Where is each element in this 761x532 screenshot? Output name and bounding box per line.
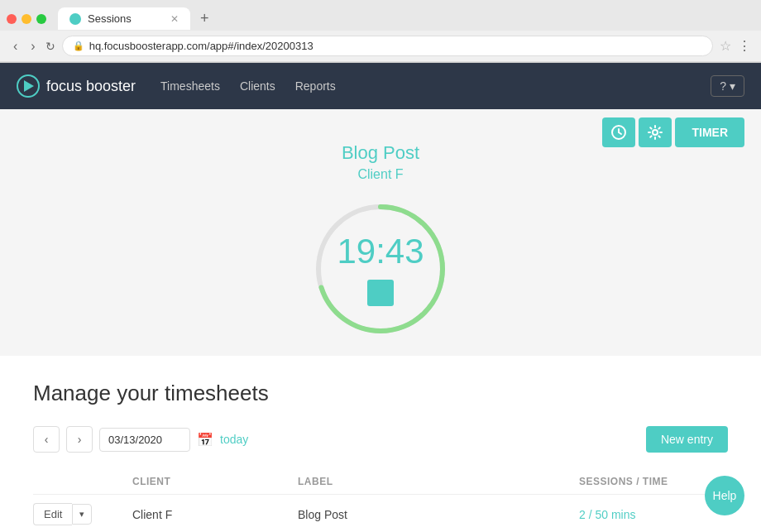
date-controls: ‹ › 📅 today New entry	[33, 426, 728, 453]
timer-circle: 19:43	[310, 199, 451, 339]
today-btn[interactable]: today	[220, 433, 248, 446]
edit-btn-group: Edit ▾	[33, 503, 132, 525]
tab-favicon	[69, 13, 81, 25]
row-client: Client F	[132, 508, 298, 521]
maximize-window-btn[interactable]	[36, 14, 46, 24]
url-bar[interactable]: 🔒 hq.focusboosterapp.com/app#/index/2020…	[62, 36, 713, 56]
col-actions	[33, 476, 132, 487]
play-icon	[24, 80, 34, 92]
app-navbar: focus booster Timesheets Clients Reports…	[0, 63, 761, 109]
help-float-btn[interactable]: Help	[705, 476, 744, 515]
date-input[interactable]	[99, 428, 190, 452]
stop-button[interactable]	[367, 280, 394, 306]
next-date-btn[interactable]: ›	[66, 426, 93, 453]
nav-links: Timesheets Clients Reports	[160, 76, 711, 96]
timer-section: TIMER Blog Post Client F 19:43	[0, 109, 761, 356]
window-controls	[7, 14, 46, 24]
edit-dropdown-btn[interactable]: ▾	[72, 504, 92, 525]
reload-btn[interactable]: ↻	[45, 40, 55, 53]
help-icon: ?	[720, 79, 726, 93]
nav-timesheets[interactable]: Timesheets	[160, 76, 220, 96]
table-header: CLIENT LABEL SESSIONS / TIME	[33, 469, 728, 495]
calendar-icon[interactable]: 📅	[197, 432, 213, 448]
clock-icon	[610, 124, 627, 141]
logo[interactable]: focus booster	[17, 74, 136, 98]
active-tab[interactable]: Sessions ✕	[58, 7, 190, 30]
prev-date-btn[interactable]: ‹	[33, 426, 60, 453]
forward-btn[interactable]: ›	[27, 37, 38, 55]
logo-text: focus booster	[46, 78, 136, 95]
browser-menu-btn[interactable]: ⋮	[738, 38, 751, 54]
bookmark-btn[interactable]: ☆	[720, 38, 731, 54]
timer-settings-btn[interactable]	[639, 117, 672, 147]
task-client: Client F	[357, 167, 403, 182]
browser-chrome: Sessions ✕ + ‹ › ↻ 🔒 hq.focusboosterapp.…	[0, 0, 761, 63]
help-menu-btn[interactable]: ? ▾	[711, 75, 744, 97]
url-text: hq.focusboosterapp.com/app#/index/202003…	[89, 40, 313, 52]
col-client: CLIENT	[132, 476, 298, 487]
timer-clock-btn[interactable]	[602, 117, 635, 147]
row-label: Blog Post	[298, 508, 579, 521]
timer-mode-btn[interactable]: TIMER	[675, 117, 744, 147]
tab-close-btn[interactable]: ✕	[170, 13, 179, 25]
logo-icon	[17, 74, 40, 98]
minimize-window-btn[interactable]	[22, 14, 31, 24]
new-entry-btn[interactable]: New entry	[646, 426, 728, 453]
timer-inner: 19:43	[310, 199, 451, 339]
timer-display: 19:43	[337, 232, 424, 271]
section-title: Manage your timesheets	[33, 381, 728, 406]
tab-title: Sessions	[88, 12, 132, 25]
svg-point-1	[653, 130, 658, 135]
new-tab-btn[interactable]: +	[194, 7, 216, 31]
timer-controls: TIMER	[602, 117, 744, 147]
lock-icon: 🔒	[73, 41, 84, 51]
col-sessions: SESSIONS / TIME	[579, 476, 728, 487]
close-window-btn[interactable]	[7, 14, 17, 24]
edit-button[interactable]: Edit	[33, 503, 72, 525]
address-bar: ‹ › ↻ 🔒 hq.focusboosterapp.com/app#/inde…	[0, 31, 761, 62]
col-label: LABEL	[298, 476, 579, 487]
row-sessions: 2 / 50 mins	[579, 508, 728, 521]
main-content: Manage your timesheets ‹ › 📅 today New e…	[0, 356, 761, 532]
gear-icon	[647, 124, 663, 141]
nav-reports[interactable]: Reports	[295, 76, 336, 96]
back-btn[interactable]: ‹	[10, 37, 21, 55]
task-name: Blog Post	[342, 142, 419, 164]
nav-clients[interactable]: Clients	[240, 76, 275, 96]
table-row: Edit ▾ Client F Blog Post 2 / 50 mins	[33, 495, 728, 532]
help-dropdown-icon: ▾	[730, 79, 735, 93]
